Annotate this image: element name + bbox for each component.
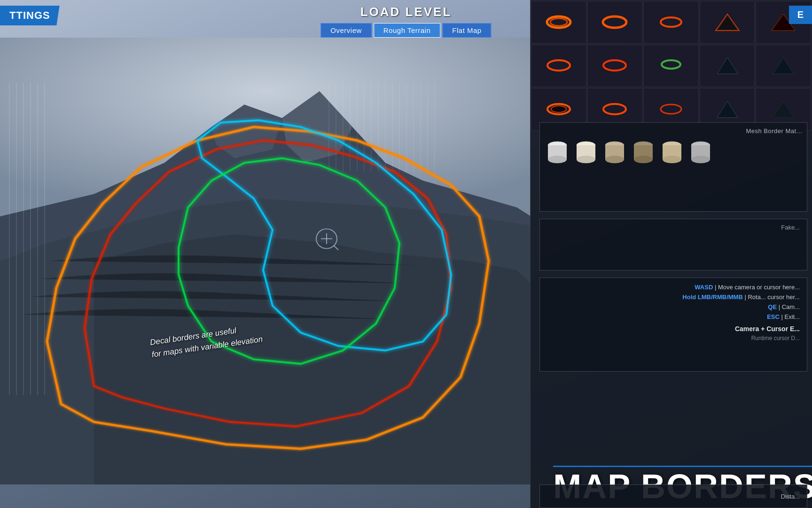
swatch-tan[interactable] <box>602 138 628 164</box>
control-line-qe: QE | Cam... <box>768 303 800 310</box>
distance-panel: Dista... <box>539 484 807 508</box>
fake-panel: Fake... <box>539 219 807 270</box>
flat-map-button[interactable]: Flat Map <box>442 23 491 38</box>
distance-label: Dista... <box>781 493 800 500</box>
terrain-area: Decal borders are useful for maps with v… <box>0 38 531 484</box>
mesh-border-panel: Mesh Border Mat... <box>539 122 807 212</box>
rough-terrain-button[interactable]: Rough Terrain <box>374 23 440 38</box>
svg-marker-48 <box>717 101 738 118</box>
load-level-container: LOAD LEVEL Overview Rough Terrain Flat M… <box>320 5 491 38</box>
key-esc: ESC <box>767 313 780 320</box>
swatch-sand[interactable] <box>659 138 685 164</box>
fake-label: Fake... <box>545 224 802 231</box>
svg-point-52 <box>548 156 567 163</box>
material-swatches <box>545 138 802 164</box>
desc-esc: | Exit... <box>781 313 800 320</box>
control-line-mouse: Hold LMB/RMB/MMB | Rota... cursor her... <box>682 294 800 301</box>
swatch-white[interactable] <box>545 138 570 164</box>
load-level-title: LOAD LEVEL <box>360 5 452 19</box>
swatch-cream[interactable] <box>573 138 599 164</box>
swatch-khaki[interactable] <box>688 138 714 164</box>
svg-point-45 <box>551 106 566 112</box>
runtime-label: Runtime cursor D... <box>547 335 800 341</box>
mesh-border-label: Mesh Border Mat... <box>545 127 802 135</box>
desc-mouse: | Rota... cursor her... <box>744 294 800 301</box>
settings-label: TTINGS <box>9 9 50 21</box>
key-qe: QE <box>768 303 777 310</box>
svg-point-41 <box>662 60 680 69</box>
right-panel: Mesh Border Mat... <box>530 0 812 508</box>
svg-point-39 <box>547 60 570 71</box>
key-wasd: WASD <box>695 284 713 291</box>
camera-cursor-label: Camera + Cursor E... <box>547 325 800 333</box>
level-buttons: Overview Rough Terrain Flat Map <box>320 23 491 38</box>
svg-point-47 <box>661 104 681 114</box>
desc-wasd: | Move camera or cursor here... <box>715 284 800 291</box>
overview-button[interactable]: Overview <box>320 23 372 38</box>
terrain-svg <box>0 38 531 484</box>
top-right-button[interactable]: E <box>789 6 812 24</box>
camera-controls: WASD | Move camera or cursor here... Hol… <box>547 284 800 320</box>
main-scene: Decal borders are useful for maps with v… <box>0 0 812 508</box>
control-line-wasd: WASD | Move camera or cursor here... <box>695 284 800 291</box>
svg-point-46 <box>603 104 626 114</box>
svg-point-40 <box>603 60 626 71</box>
key-mouse: Hold LMB/RMB/MMB <box>682 294 743 301</box>
settings-tab[interactable]: TTINGS <box>0 6 60 25</box>
camera-panel: WASD | Move camera or cursor here... Hol… <box>539 278 807 372</box>
svg-point-58 <box>605 156 624 163</box>
svg-point-67 <box>691 156 710 163</box>
svg-marker-49 <box>773 101 794 118</box>
top-header: TTINGS LOAD LEVEL Overview Rough Terrain… <box>0 0 812 61</box>
svg-point-64 <box>663 156 681 163</box>
desc-qe: | Cam... <box>779 303 800 310</box>
svg-point-55 <box>577 156 595 163</box>
svg-point-61 <box>634 156 653 163</box>
control-line-esc: ESC | Exit... <box>767 313 800 320</box>
swatch-brown[interactable] <box>631 138 656 164</box>
